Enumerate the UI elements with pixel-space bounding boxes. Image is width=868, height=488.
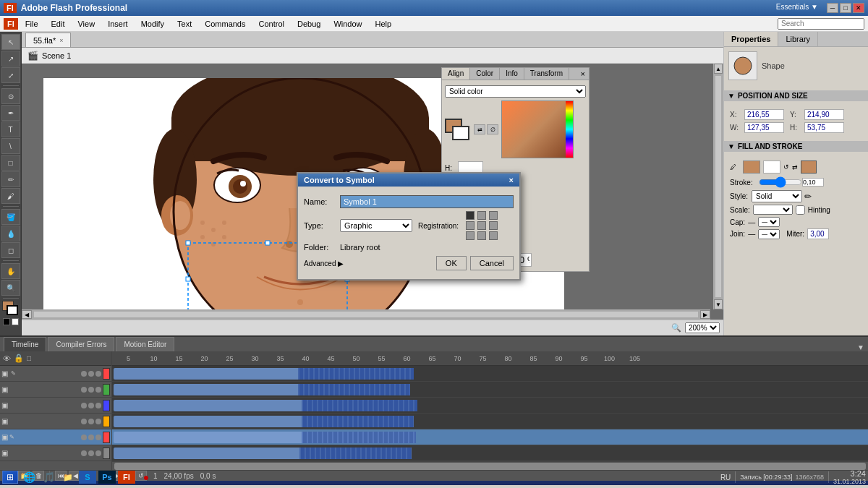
text-tool[interactable]: T [1, 121, 20, 137]
reg-bl[interactable] [466, 231, 475, 240]
taskbar-ps-icon[interactable]: Ps [98, 471, 116, 484]
close-button[interactable]: ✕ [853, 3, 864, 13]
menu-edit[interactable]: Edit [46, 18, 71, 30]
layer-row-5[interactable]: ▣ ✎ [0, 429, 111, 445]
minimize-button[interactable]: ─ [827, 3, 838, 13]
taskbar-media-icon[interactable]: 🎵 [40, 471, 57, 484]
stroke-swatch[interactable] [452, 126, 469, 140]
taskbar-skype-icon[interactable]: S [79, 471, 96, 484]
pencil-tool[interactable]: ✏ [1, 171, 20, 187]
dialog-close-btn[interactable]: × [509, 176, 514, 184]
frame-row-1[interactable] [112, 366, 868, 382]
frame-row-4[interactable] [112, 414, 868, 429]
taskbar-ie-icon[interactable]: 🌐 [20, 471, 38, 484]
position-section-header[interactable]: ▼ POSITION AND SIZE [724, 90, 868, 101]
fill-color-btn[interactable] [743, 160, 760, 174]
info-tab-btn[interactable]: Info [500, 68, 524, 80]
type-select[interactable]: Graphic Movie Clip Button [340, 219, 412, 232]
cap-select[interactable]: — [758, 217, 780, 227]
swap-color-btn[interactable]: ⇄ [474, 124, 485, 134]
layer-row-2[interactable]: ▣ [0, 382, 111, 398]
swap-colors-btn[interactable] [3, 318, 10, 325]
taskbar-explorer-icon[interactable]: 📁 [59, 471, 77, 484]
h-scroll-thumb[interactable] [114, 463, 866, 470]
menu-help[interactable]: Help [370, 18, 398, 30]
search-input[interactable] [778, 18, 864, 30]
scroll-right-btn[interactable]: ▶ [700, 310, 710, 319]
dialog-cancel-btn[interactable]: Cancel [470, 256, 514, 270]
zoom-tool[interactable]: 🔍 [1, 280, 20, 296]
menu-file[interactable]: File [20, 18, 44, 30]
layer-row-4[interactable]: ▣ [0, 414, 111, 429]
h-value[interactable]: 53,75 [804, 122, 844, 133]
menu-window[interactable]: Window [328, 18, 367, 30]
menu-debug[interactable]: Debug [292, 18, 326, 30]
transform-tab-btn[interactable]: Transform [524, 68, 569, 80]
h-scrollbar[interactable] [112, 461, 868, 470]
start-button[interactable]: ⊞ [2, 471, 18, 484]
color-type-select[interactable]: Solid color [445, 85, 586, 98]
frame-row-2[interactable] [112, 382, 868, 398]
eraser-tool[interactable]: ◻ [1, 242, 20, 258]
properties-tab[interactable]: Properties [724, 32, 778, 46]
transform-tool[interactable]: ⤢ [1, 67, 20, 83]
edit-style-btn[interactable]: ✏ [804, 192, 812, 202]
fill-section-header[interactable]: ▼ FILL AND STROKE [724, 141, 868, 152]
scale-select[interactable] [753, 205, 793, 215]
w-value[interactable]: 127,35 [744, 122, 784, 133]
reg-tl[interactable] [466, 211, 475, 220]
x-value[interactable]: 216,55 [744, 109, 784, 120]
frame-row-6[interactable] [112, 445, 868, 461]
default-colors-btn[interactable] [12, 318, 19, 325]
reg-ml[interactable] [466, 221, 475, 230]
scroll-up-btn[interactable]: ▲ [714, 64, 723, 74]
file-tab[interactable]: 55.fla* × [25, 33, 71, 47]
style-select[interactable]: Solid [752, 190, 802, 202]
zoom-select[interactable]: 200% 100% 50% [685, 322, 720, 333]
h-scrollbar[interactable]: ◀ ▶ [22, 309, 710, 320]
stroke-color-btn[interactable] [763, 160, 780, 174]
hand-tool[interactable]: ✋ [1, 263, 20, 279]
menu-view[interactable]: View [72, 18, 101, 30]
menu-modify[interactable]: Modify [135, 18, 170, 30]
v-scrollbar[interactable]: ▲ ▼ [713, 64, 723, 309]
y-value[interactable]: 214,90 [804, 109, 844, 120]
fill-swatch-small[interactable] [801, 160, 817, 174]
scroll-thumb-h[interactable] [33, 311, 699, 318]
scroll-left-btn[interactable]: ◀ [22, 310, 32, 319]
color-gradient-display[interactable] [501, 100, 574, 158]
layer-row-1[interactable]: ▣ ✎ [0, 366, 111, 382]
timeline-tab[interactable]: Timeline [4, 337, 46, 351]
scroll-thumb-v[interactable] [715, 75, 722, 298]
advanced-link[interactable]: Advanced ▶ [304, 260, 344, 267]
collapse-timeline-btn[interactable]: ▼ [857, 343, 864, 351]
paint-bucket-tool[interactable]: 🪣 [1, 209, 20, 225]
lasso-tool[interactable]: ⊙ [1, 88, 20, 104]
eyedropper-tool[interactable]: 💧 [1, 226, 20, 241]
menu-text[interactable]: Text [171, 18, 197, 30]
stroke-value-input[interactable] [802, 178, 824, 187]
join-select[interactable]: — [758, 229, 780, 239]
stroke-color-swatch[interactable] [7, 305, 18, 315]
frame-row-5[interactable] [112, 429, 868, 445]
reg-mc[interactable] [477, 221, 486, 230]
compiler-errors-tab[interactable]: Compiler Errors [48, 337, 114, 351]
canvas-viewport[interactable]: Align Color Info Transform × Solid color [22, 64, 723, 320]
reg-bc[interactable] [477, 231, 486, 240]
taskbar-record-icon[interactable]: ● [137, 471, 155, 484]
line-tool[interactable]: \ [1, 138, 20, 154]
symbol-name-input[interactable] [340, 195, 514, 208]
file-tab-close[interactable]: × [59, 37, 63, 44]
pen-tool[interactable]: ✒ [1, 105, 20, 121]
brush-tool[interactable]: 🖌 [1, 188, 20, 204]
color-tab-btn[interactable]: Color [470, 68, 500, 80]
frame-row-3[interactable] [112, 398, 868, 414]
hinting-checkbox[interactable] [796, 205, 805, 215]
select-tool[interactable]: ↖ [1, 34, 20, 50]
taskbar-flash-icon[interactable]: Fl [118, 471, 135, 484]
layer-row-6[interactable]: ▣ [0, 445, 111, 461]
reg-tc[interactable] [477, 211, 486, 220]
layer-row-3[interactable]: ▣ [0, 398, 111, 414]
subselect-tool[interactable]: ↗ [1, 51, 20, 67]
align-tab[interactable]: Align [442, 68, 470, 80]
